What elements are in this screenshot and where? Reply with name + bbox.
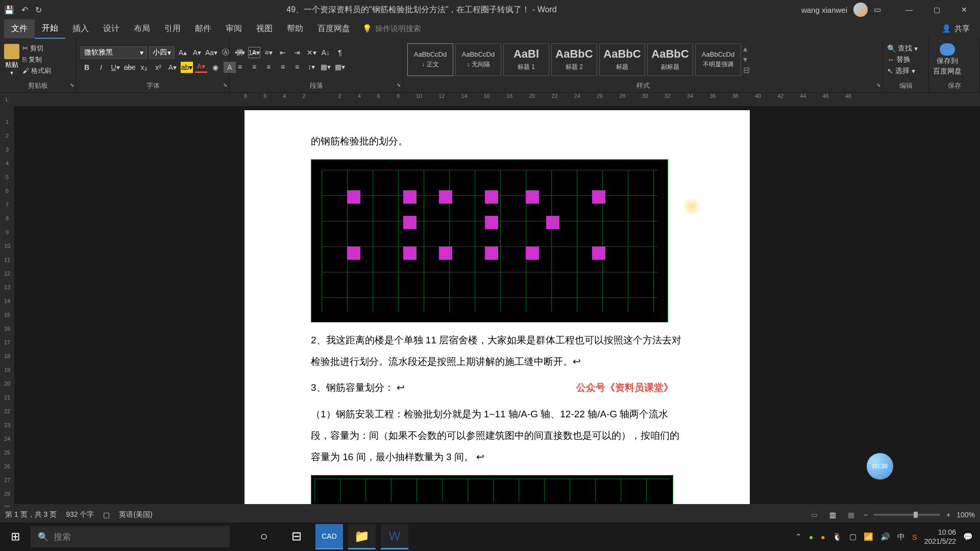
text-effects-icon[interactable]: A▾ [166, 62, 179, 73]
tray-chevron-icon[interactable]: ⌃ [795, 532, 802, 541]
start-button[interactable]: ⊞ [0, 522, 31, 551]
word-app-icon[interactable]: W [381, 524, 408, 549]
style-item[interactable]: AaBbCcDd↓ 正文 [407, 43, 453, 76]
save-icon[interactable]: 💾 [4, 5, 14, 15]
copy-button[interactable]: ⎘复制 [22, 55, 51, 64]
paste-button[interactable]: 粘贴 ▼ [4, 44, 19, 76]
language-indicator[interactable]: 英语(美国) [119, 510, 152, 519]
style-item[interactable]: AaBbC副标题 [647, 43, 693, 76]
tab-references[interactable]: 引用 [157, 19, 188, 38]
tab-view[interactable]: 视图 [249, 19, 280, 38]
taskbar-clock[interactable]: 10:06 2021/5/22 [924, 528, 956, 546]
dialog-launcher-icon[interactable]: ⬊ [70, 82, 74, 88]
styles-more-icon[interactable]: ▴▾⊟ [743, 44, 753, 75]
dialog-launcher-icon[interactable]: ⬊ [876, 82, 880, 88]
save-baidu-button[interactable]: 保存到 百度网盘 [933, 43, 962, 76]
format-painter-button[interactable]: 🖌格式刷 [22, 66, 51, 76]
taskbar-search[interactable]: 🔍 搜索 [31, 526, 230, 547]
find-button[interactable]: 🔍查找▾ [887, 44, 918, 53]
share-button[interactable]: 👤 共享 [942, 24, 976, 34]
close-button[interactable]: ✕ [952, 2, 976, 17]
page-container[interactable]: 的钢筋检验批的划分。 2、我这距离的楼是个单独 11 层宿舍楼，大家如果是群体工… [14, 106, 980, 504]
tab-baidu[interactable]: 百度网盘 [310, 19, 357, 38]
style-item[interactable]: AaBbC标题 2 [551, 43, 597, 76]
ime-icon[interactable]: 中 [897, 532, 905, 542]
indent-dec-icon[interactable]: ⇤ [277, 47, 289, 58]
style-item[interactable]: AaBbC标题 [599, 43, 645, 76]
align-left-icon[interactable]: ≡ [234, 61, 246, 72]
zoom-in-icon[interactable]: + [946, 511, 950, 519]
tray-icon[interactable]: ▢ [849, 532, 856, 541]
zoom-slider[interactable] [874, 514, 940, 516]
justify-icon[interactable]: ≡ [277, 61, 289, 72]
styles-gallery[interactable]: AaBbCcDd↓ 正文AaBbCcDd↓ 无间隔AaBl标题 1AaBbC标题… [407, 42, 753, 78]
distribute-icon[interactable]: ≡ [291, 61, 303, 72]
strike-icon[interactable]: abc [124, 62, 136, 73]
show-marks-icon[interactable]: ¶ [334, 47, 346, 58]
tray-icon[interactable]: ● [809, 533, 814, 541]
align-center-icon[interactable]: ≡ [248, 61, 260, 72]
word-count[interactable]: 932 个字 [66, 510, 94, 519]
style-item[interactable]: AaBl标题 1 [503, 43, 549, 76]
change-case-icon[interactable]: Aa▾ [205, 47, 217, 58]
volume-icon[interactable]: 🔊 [880, 532, 890, 541]
read-mode-icon[interactable]: ▭ [808, 510, 821, 520]
replace-button[interactable]: ↔替换 [887, 55, 918, 64]
tab-insert[interactable]: 插入 [65, 19, 96, 38]
tell-me-search[interactable]: 💡 操作说明搜索 [362, 24, 421, 34]
underline-icon[interactable]: U▾ [109, 62, 121, 73]
page-indicator[interactable]: 第 1 页，共 3 页 [5, 510, 57, 519]
user-avatar[interactable] [853, 3, 868, 17]
horizontal-ruler[interactable]: 8642246810121416182022242628303234363840… [14, 93, 980, 106]
borders-icon[interactable]: ▦▾ [334, 61, 346, 72]
spell-check-icon[interactable]: ▢ [103, 511, 110, 519]
tab-layout[interactable]: 布局 [127, 19, 157, 38]
indent-inc-icon[interactable]: ⇥ [291, 47, 303, 58]
font-name-combo[interactable]: 微软雅黑▾ [81, 46, 147, 59]
print-layout-icon[interactable]: ▥ [827, 510, 839, 520]
shading-icon[interactable]: ▦▾ [320, 61, 332, 72]
tray-qq-icon[interactable]: 🐧 [832, 532, 842, 541]
shrink-font-icon[interactable]: A▾ [191, 47, 203, 58]
multilevel-icon[interactable]: ≡▾ [262, 47, 275, 58]
wifi-icon[interactable]: 📶 [864, 532, 873, 541]
circle-icon[interactable]: ◉ [209, 62, 222, 73]
line-spacing-icon[interactable]: ↕▾ [305, 61, 317, 72]
ribbon-mode-icon[interactable]: ▭ [874, 5, 881, 14]
dialog-launcher-icon[interactable]: ⬊ [397, 82, 401, 88]
subscript-icon[interactable]: x₂ [138, 62, 150, 73]
superscript-icon[interactable]: x² [152, 62, 164, 73]
tab-file[interactable]: 文件 [4, 19, 35, 38]
bullets-icon[interactable]: •≡▾ [234, 47, 246, 58]
numbering-icon[interactable]: 1≡▾ [248, 47, 260, 58]
redo-icon[interactable]: ↻ [35, 5, 42, 15]
tray-icon[interactable]: ● [821, 533, 825, 541]
grow-font-icon[interactable]: A▴ [177, 47, 189, 58]
zoom-level[interactable]: 100% [957, 511, 975, 519]
dialog-launcher-icon[interactable]: ⬊ [223, 82, 227, 88]
cortana-icon[interactable]: ○ [250, 524, 278, 549]
font-color-icon[interactable]: A▾ [195, 62, 207, 73]
tab-design[interactable]: 设计 [96, 19, 127, 38]
maximize-button[interactable]: ▢ [925, 2, 948, 17]
font-size-combo[interactable]: 小四▾ [149, 46, 175, 59]
italic-icon[interactable]: I [95, 62, 107, 73]
notifications-icon[interactable]: 💬 [963, 532, 973, 541]
undo-icon[interactable]: ↶ [21, 5, 28, 15]
cad-app-icon[interactable]: CAD [315, 524, 343, 549]
tray-sogou-icon[interactable]: S [912, 533, 917, 541]
tab-help[interactable]: 帮助 [280, 19, 310, 38]
asian-layout-icon[interactable]: ✕▾ [305, 47, 317, 58]
task-view-icon[interactable]: ⊟ [283, 524, 310, 549]
tab-home[interactable]: 开始 [35, 19, 65, 39]
explorer-icon[interactable]: 📁 [348, 524, 376, 549]
align-right-icon[interactable]: ≡ [262, 61, 275, 72]
highlight-icon[interactable]: ab▾ [181, 62, 193, 73]
style-item[interactable]: AaBbCcDd不明显强调 [695, 43, 741, 76]
tab-review[interactable]: 审阅 [218, 19, 249, 38]
screen-recorder-bubble[interactable]: 00:38 [867, 453, 893, 480]
sort-icon[interactable]: A↓ [320, 47, 332, 58]
cut-button[interactable]: ✂剪切 [22, 44, 51, 53]
tab-mailings[interactable]: 邮件 [188, 19, 218, 38]
zoom-out-icon[interactable]: − [864, 511, 868, 519]
